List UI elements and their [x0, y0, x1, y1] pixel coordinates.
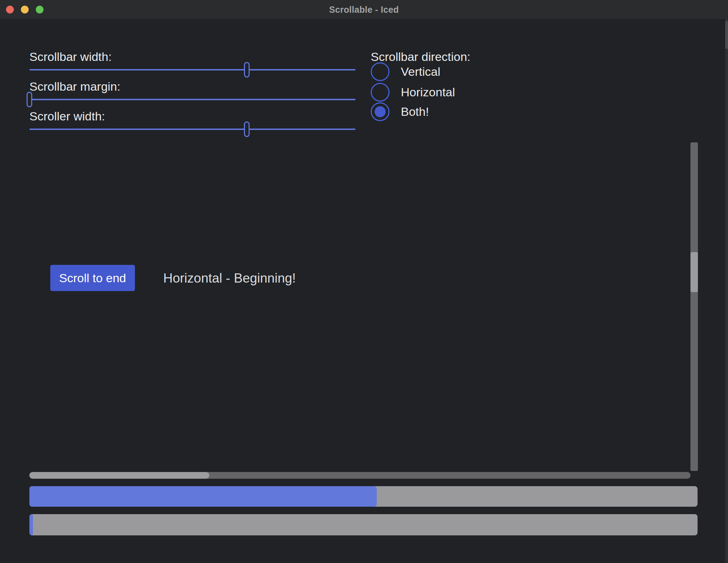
slider-track[interactable]: [29, 69, 356, 70]
scrollbar-margin-slider[interactable]: [29, 92, 356, 107]
scroll-status-text: Horizontal - Beginning!: [163, 271, 296, 286]
slider-track[interactable]: [29, 129, 356, 130]
window-title: Scrollable - Iced: [329, 5, 399, 15]
scroller-width-slider[interactable]: [29, 121, 356, 137]
progress-fill: [29, 486, 377, 507]
slider-handle[interactable]: [27, 92, 32, 107]
radio-circle-icon[interactable]: [371, 62, 389, 81]
radio-horizontal[interactable]: Horizontal: [371, 83, 455, 102]
radio-both[interactable]: Both!: [371, 102, 429, 121]
radio-circle-icon[interactable]: [371, 102, 389, 121]
horizontal-scrollbar-thumb[interactable]: [29, 472, 209, 479]
progress-fill: [29, 514, 33, 535]
radio-label: Horizontal: [401, 85, 455, 99]
slider-track[interactable]: [29, 99, 356, 100]
zoom-button[interactable]: [36, 6, 44, 13]
radio-label: Vertical: [401, 65, 440, 79]
vertical-scrollbar-thumb[interactable]: [690, 252, 698, 292]
scrollbar-width-slider[interactable]: [29, 62, 356, 78]
vertical-progress-bar: [29, 514, 698, 535]
radio-label: Both!: [401, 105, 429, 119]
close-button[interactable]: [6, 6, 14, 13]
radio-dot: [375, 106, 386, 117]
window-edge-scrollbar-thumb[interactable]: [725, 21, 728, 49]
minimize-button[interactable]: [21, 6, 29, 13]
window-edge-scrollbar-rail[interactable]: [725, 19, 728, 563]
scroll-to-end-button[interactable]: Scroll to end: [50, 265, 135, 291]
slider-handle[interactable]: [244, 62, 250, 78]
horizontal-scrollbar-rail[interactable]: [29, 472, 690, 479]
horizontal-progress-bar: [29, 486, 698, 507]
radio-vertical[interactable]: Vertical: [371, 62, 440, 81]
radio-circle-icon[interactable]: [371, 83, 389, 102]
slider-handle[interactable]: [244, 121, 250, 137]
titlebar: Scrollable - Iced: [0, 0, 728, 19]
traffic-lights: [6, 6, 44, 13]
app-window: Scrollable - Iced Scrollbar width: Scrol…: [0, 0, 728, 563]
vertical-scrollbar-rail[interactable]: [690, 142, 698, 471]
